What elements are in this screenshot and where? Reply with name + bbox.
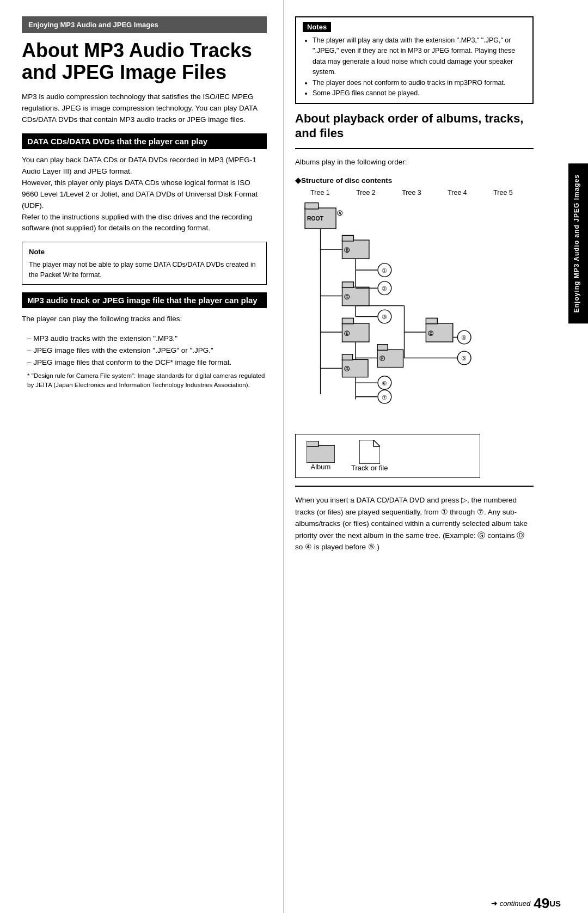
svg-text:⑤: ⑤ bbox=[461, 355, 467, 361]
legend-box: Album Track or file bbox=[295, 434, 480, 478]
note-title: Note bbox=[29, 247, 260, 258]
svg-rect-56 bbox=[307, 445, 335, 463]
legend-track: Track or file bbox=[351, 440, 388, 472]
svg-text:①: ① bbox=[382, 267, 387, 274]
page-number: 49 bbox=[534, 895, 549, 912]
svg-text:⑥: ⑥ bbox=[382, 380, 387, 387]
svg-rect-57 bbox=[307, 441, 318, 446]
side-tab: Enjoying MP3 Audio and JPEG Images bbox=[568, 163, 588, 323]
file-icon bbox=[359, 440, 380, 464]
svg-text:Ⓑ: Ⓑ bbox=[344, 247, 350, 253]
svg-text:⑦: ⑦ bbox=[382, 394, 387, 400]
svg-text:②: ② bbox=[382, 285, 387, 292]
intro-text: MP3 is audio compression technology that… bbox=[22, 91, 267, 126]
tree-label-4: Tree 4 bbox=[434, 189, 480, 197]
tree-label-5: Tree 5 bbox=[480, 189, 526, 197]
continued-label: continued bbox=[500, 899, 530, 908]
legend-track-label: Track or file bbox=[351, 464, 388, 472]
playback-text: When you insert a DATA CD/DATA DVD and p… bbox=[295, 494, 534, 553]
svg-rect-28 bbox=[377, 345, 388, 350]
svg-text:Ⓕ: Ⓕ bbox=[379, 356, 385, 361]
svg-text:Ⓔ: Ⓔ bbox=[344, 330, 350, 336]
divider bbox=[295, 148, 534, 149]
footnote: * "Design rule for Camera File system": … bbox=[22, 371, 267, 390]
arrow-continued-icon: ➜ bbox=[491, 899, 498, 908]
svg-rect-15 bbox=[342, 282, 354, 287]
svg-text:③: ③ bbox=[382, 314, 387, 320]
tree-svg: ROOT Ⓐ Ⓑ ① Ⓒ bbox=[295, 198, 524, 405]
legend-album-label: Album bbox=[311, 463, 331, 471]
album-folder-icon bbox=[307, 441, 335, 463]
bottom-bar: ➜ continued 49 US bbox=[0, 893, 588, 913]
list-item: MP3 audio tracks with the extension ".MP… bbox=[27, 333, 267, 345]
sub1-text: You can play back DATA CDs or DATA DVDs … bbox=[22, 155, 267, 234]
svg-rect-1 bbox=[305, 203, 318, 209]
svg-rect-23 bbox=[342, 318, 354, 323]
footnote-text: * "Design rule for Camera File system": … bbox=[27, 371, 267, 390]
svg-text:Ⓒ: Ⓒ bbox=[344, 294, 350, 300]
tree-label-3: Tree 3 bbox=[389, 189, 434, 197]
sub3-intro: Albums play in the following order: bbox=[295, 157, 534, 168]
sub3-header: About playback order of albums, tracks, … bbox=[295, 112, 534, 140]
notes-title: Notes bbox=[303, 22, 331, 32]
sub1-header: DATA CDs/DATA DVDs that the player can p… bbox=[22, 133, 267, 149]
tree-labels-row: Tree 1 Tree 2 Tree 3 Tree 4 Tree 5 bbox=[295, 189, 534, 197]
sub2-list: MP3 audio tracks with the extension ".MP… bbox=[22, 333, 267, 368]
svg-rect-7 bbox=[342, 235, 354, 241]
notes-item: The player will play any data with the e… bbox=[313, 35, 526, 78]
svg-text:Ⓐ: Ⓐ bbox=[337, 210, 343, 216]
page-suffix: US bbox=[549, 899, 561, 908]
structure-label: ◆Structure of disc contents bbox=[295, 176, 534, 185]
list-item: JPEG image files with the extension ".JP… bbox=[27, 345, 267, 357]
svg-text:ROOT: ROOT bbox=[307, 216, 324, 222]
legend-album: Album bbox=[307, 441, 335, 471]
notes-box: Notes The player will play any data with… bbox=[295, 16, 534, 104]
divider-2 bbox=[295, 486, 534, 487]
svg-text:④: ④ bbox=[461, 334, 467, 341]
tree-label-1: Tree 1 bbox=[297, 189, 343, 197]
svg-text:Ⓖ: Ⓖ bbox=[344, 366, 350, 372]
note-box: Note The player may not be able to play … bbox=[22, 242, 267, 285]
main-title: About MP3 Audio Tracks and JPEG Image Fi… bbox=[22, 40, 267, 83]
list-item: JPEG image files that conform to the DCF… bbox=[27, 357, 267, 369]
section-header: Enjoying MP3 Audio and JPEG Images bbox=[22, 16, 267, 33]
note-text: The player may not be able to play some … bbox=[29, 260, 260, 280]
notes-list: The player will play any data with the e… bbox=[303, 35, 526, 99]
notes-item: The player does not conform to audio tra… bbox=[313, 78, 526, 88]
tree-label-2: Tree 2 bbox=[343, 189, 389, 197]
sub2-header: MP3 audio track or JPEG image file that … bbox=[22, 292, 267, 308]
svg-rect-35 bbox=[426, 318, 437, 323]
svg-marker-58 bbox=[359, 440, 380, 464]
tree-diagram: ROOT Ⓐ Ⓑ ① Ⓒ bbox=[295, 198, 524, 426]
svg-text:Ⓓ: Ⓓ bbox=[428, 330, 434, 336]
notes-item: Some JPEG files cannot be played. bbox=[313, 88, 526, 99]
sub2-text: The player can play the following tracks… bbox=[22, 314, 267, 325]
svg-rect-47 bbox=[342, 354, 353, 360]
right-column: Notes The player will play any data with… bbox=[283, 0, 566, 913]
left-column: Enjoying MP3 Audio and JPEG Images About… bbox=[0, 0, 283, 913]
